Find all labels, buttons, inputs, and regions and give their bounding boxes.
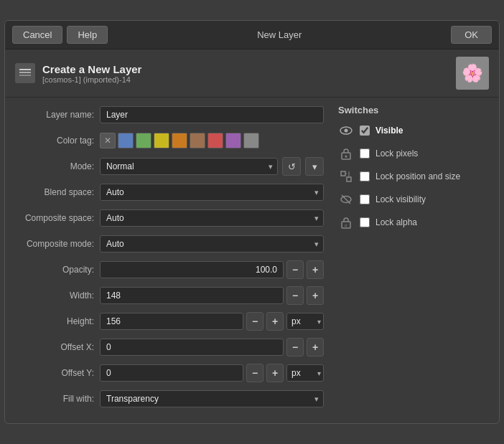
height-input[interactable] [100,313,243,330]
blend-space-label: Blend space: [15,187,94,197]
width-increase-button[interactable]: + [307,286,324,305]
dialog-body: Layer name: Color tag: ✕ [5,98,499,416]
opacity-increase-button[interactable]: + [307,260,324,279]
color-tag-green[interactable] [136,133,151,148]
switch-lock-alpha: α Lock alpha [338,214,489,230]
color-tag-gray[interactable] [243,133,259,148]
layer-name-control [100,106,324,123]
mode-control: Normal Dissolve Multiply ↺ ▾ [100,157,324,176]
offset-y-input[interactable] [100,364,243,382]
mode-label: Mode: [15,161,94,171]
svg-text:α: α [345,223,347,227]
svg-point-4 [345,129,348,133]
left-panel: Layer name: Color tag: ✕ [15,105,324,409]
header-title: Create a New Layer [42,63,449,75]
lock-position-size-checkbox[interactable] [360,171,370,181]
ok-button[interactable]: OK [451,26,492,44]
cancel-button[interactable]: Cancel [12,26,62,44]
opacity-decrease-button[interactable]: − [286,260,304,279]
height-row: Height: − + pxptcmmmin [15,311,324,331]
blend-space-row: Blend space: Auto [15,182,324,202]
width-input[interactable] [100,287,284,304]
opacity-label: Opacity: [15,265,94,275]
color-tag-blue[interactable] [118,133,134,148]
offset-x-decrease-button[interactable]: − [286,338,304,356]
svg-rect-2 [19,69,31,70]
composite-mode-label: Composite mode: [15,239,94,249]
width-row: Width: − + [15,285,324,306]
svg-point-6 [345,156,347,158]
layer-thumbnail: 🌸 [456,57,489,90]
offset-x-input[interactable] [100,339,284,356]
opacity-row: Opacity: − + [15,260,324,280]
switch-lock-pixels: Lock pixels [338,146,489,161]
offset-y-unit-select[interactable]: pxptcmmmin [286,364,324,382]
width-decrease-button[interactable]: − [286,286,304,305]
svg-rect-8 [347,177,351,181]
blend-space-select-wrap: Auto [100,184,324,201]
header-subtitle: [cosmos-1] (imported)-14 [42,75,449,84]
titlebar-left-buttons: Cancel Help [12,26,108,44]
lock-alpha-label: Lock alpha [375,217,417,227]
height-unit-wrap: pxptcmmmin [286,313,324,330]
color-tag-none[interactable]: ✕ [100,133,116,148]
offset-y-row: Offset Y: − + pxptcmmmin [15,363,324,383]
lock-alpha-checkbox[interactable] [360,217,370,227]
width-control: − + [100,286,324,305]
lock-visibility-checkbox[interactable] [360,194,370,204]
opacity-control: − + [100,260,324,279]
composite-space-select[interactable]: Auto [100,209,324,227]
lock-position-size-label: Lock position and size [375,171,460,181]
right-panel: Switches Visible [338,105,489,409]
lock-visibility-icon [338,192,354,207]
layer-name-input[interactable] [100,106,324,123]
height-control: − + pxptcmmmin [100,312,324,331]
mode-select-wrap: Normal Dissolve Multiply [100,158,278,175]
layer-name-row: Layer name: [15,105,324,125]
color-tag-brown[interactable] [190,133,205,148]
composite-space-select-wrap: Auto [100,209,324,227]
fill-with-select-wrap: Transparency White Background Color Fore… [100,390,324,407]
layer-icon [15,63,35,83]
offset-y-increase-button[interactable]: + [266,364,284,382]
composite-space-label: Composite space: [15,213,94,223]
width-label: Width: [15,291,94,301]
mode-select[interactable]: Normal Dissolve Multiply [100,158,278,175]
dialog-header: Create a New Layer [cosmos-1] (imported)… [5,49,499,98]
offset-x-increase-button[interactable]: + [307,338,324,356]
lock-position-size-icon [338,169,354,184]
lock-visibility-label: Lock visibility [375,194,426,204]
mode-info-button[interactable]: ▾ [305,157,324,176]
offset-y-unit-wrap: pxptcmmmin [286,364,324,382]
offset-y-decrease-button[interactable]: − [246,364,263,382]
offset-y-label: Offset Y: [15,368,94,378]
opacity-input[interactable] [100,261,284,278]
blend-space-select[interactable]: Auto [100,184,324,201]
create-layer-dialog: Cancel Help New Layer OK Create a New La… [4,20,500,424]
color-tag-purple[interactable] [225,133,241,148]
fill-with-select[interactable]: Transparency White Background Color Fore… [100,390,324,407]
lock-pixels-checkbox[interactable] [360,148,370,159]
color-tag-row: Color tag: ✕ [15,131,324,151]
header-text: Create a New Layer [cosmos-1] (imported)… [42,63,449,84]
composite-mode-select-wrap: Auto [100,235,324,252]
lock-pixels-label: Lock pixels [375,148,418,159]
color-tag-orange[interactable] [172,133,187,148]
help-button[interactable]: Help [67,26,108,44]
color-tag-red[interactable] [207,133,223,148]
composite-mode-select[interactable]: Auto [100,235,324,252]
color-tag-yellow[interactable] [154,133,169,148]
composite-space-row: Composite space: Auto [15,208,324,228]
offset-x-row: Offset X: − + [15,337,324,357]
visible-checkbox[interactable] [360,126,370,136]
offset-x-control: − + [100,338,324,356]
layer-icon-svg [18,66,32,80]
height-decrease-button[interactable]: − [246,312,263,331]
height-unit-select[interactable]: pxptcmmmin [286,313,324,330]
mode-reset-button[interactable]: ↺ [282,157,301,176]
height-increase-button[interactable]: + [266,312,284,331]
dialog-title: New Layer [257,29,302,40]
switches-title: Switches [338,105,489,115]
fill-with-label: Fill with: [15,394,94,404]
layer-name-label: Layer name: [15,110,94,120]
